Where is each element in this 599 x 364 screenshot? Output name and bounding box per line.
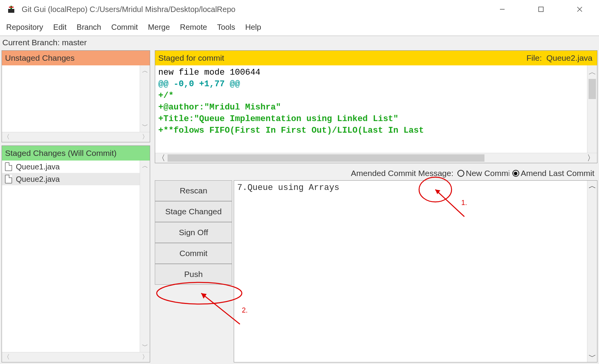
menu-remote[interactable]: Remote xyxy=(180,23,207,32)
scroll-left-icon[interactable]: 〈 xyxy=(155,153,168,163)
staged-file-row[interactable]: Queue2.java xyxy=(2,173,140,185)
title-bar: Git Gui (localRepo) C:/Users/Mridul Mish… xyxy=(0,0,599,19)
commit-options-row: Amended Commit Message: New Commit Amend… xyxy=(153,166,597,180)
scroll-right-icon[interactable]: 〉 xyxy=(140,352,150,363)
diff-header-right: File: Queue2.java xyxy=(527,53,592,63)
menu-help[interactable]: Help xyxy=(245,23,261,32)
scroll-down-icon[interactable]: ﹀ xyxy=(140,341,150,352)
staged-file-row[interactable]: Queue1.java xyxy=(2,161,140,173)
menu-bar: Repository Edit Branch Commit Merge Remo… xyxy=(0,19,599,36)
commit-button-column: Rescan Stage Changed Sign Off Commit Pus… xyxy=(153,180,232,362)
radio-new-commit-label: New Commit xyxy=(466,169,509,178)
staged-header: Staged Changes (Will Commit) xyxy=(2,146,150,161)
radio-icon xyxy=(457,170,464,177)
menu-branch[interactable]: Branch xyxy=(77,23,101,32)
diff-hscrollbar[interactable]: 〈 〉 xyxy=(155,153,597,163)
svg-rect-2 xyxy=(9,7,14,8)
commit-message-box[interactable]: 7.Queue using Arrays ︿ ﹀ xyxy=(234,180,597,362)
file-name: Queue2.java xyxy=(16,175,60,184)
rescan-button[interactable]: Rescan xyxy=(155,180,232,201)
scroll-left-icon[interactable]: 〈 xyxy=(2,132,11,143)
current-branch-label: Current Branch: master xyxy=(2,38,87,47)
scroll-right-icon[interactable]: 〉 xyxy=(140,132,150,143)
file-icon xyxy=(5,162,12,171)
radio-new-commit[interactable]: New Commit xyxy=(457,169,509,178)
svg-rect-0 xyxy=(8,9,14,13)
file-icon xyxy=(5,175,12,183)
staged-hscrollbar[interactable]: 〈 〉 xyxy=(2,352,150,362)
diff-line: @@ -0,0 +1,77 @@ xyxy=(158,79,584,90)
scroll-up-icon[interactable]: ︿ xyxy=(589,181,596,191)
radio-icon xyxy=(512,170,519,177)
stage-changed-button[interactable]: Stage Changed xyxy=(155,201,232,222)
menu-merge[interactable]: Merge xyxy=(148,23,170,32)
scroll-up-icon[interactable]: ︿ xyxy=(140,65,150,77)
sign-off-button[interactable]: Sign Off xyxy=(155,222,232,243)
unstaged-vscrollbar[interactable]: ︿ ﹀ xyxy=(140,65,150,132)
unstaged-file-list[interactable] xyxy=(2,65,140,132)
scroll-right-icon[interactable]: 〉 xyxy=(585,153,597,163)
scroll-down-icon[interactable]: ﹀ xyxy=(140,121,150,132)
diff-line: +Title:"Queue Implementation using Linke… xyxy=(158,113,584,125)
diff-line: +**folows FIFO(First In First Out)/LILO(… xyxy=(158,125,584,137)
current-branch-row: Current Branch: master xyxy=(0,36,599,49)
staged-file-list[interactable]: Queue1.java Queue2.java xyxy=(2,161,140,352)
scroll-up-icon[interactable]: ︿ xyxy=(587,65,597,79)
diff-line: +/* xyxy=(158,90,584,102)
scrollbar-thumb[interactable] xyxy=(589,79,596,99)
svg-rect-4 xyxy=(539,7,543,12)
radio-amend-commit-label: Amend Last Commit xyxy=(521,169,594,178)
unstaged-pane: Unstaged Changes ︿ ﹀ 〈 〉 xyxy=(2,50,150,142)
diff-vscrollbar[interactable]: ︿ xyxy=(587,65,597,153)
close-button[interactable] xyxy=(560,0,599,19)
diff-header-left: Staged for commit xyxy=(158,53,224,63)
unstaged-hscrollbar[interactable]: 〈 〉 xyxy=(2,132,150,142)
commit-message-label: Amended Commit Message: xyxy=(351,169,454,178)
radio-amend-commit[interactable]: Amend Last Commit xyxy=(512,169,594,178)
commit-area: Amended Commit Message: New Commit Amend… xyxy=(153,165,599,364)
scroll-left-icon[interactable]: 〈 xyxy=(2,352,11,363)
push-button[interactable]: Push xyxy=(155,264,232,285)
menu-tools[interactable]: Tools xyxy=(217,23,235,32)
window-title: Git Gui (localRepo) C:/Users/Mridul Mish… xyxy=(22,5,483,14)
git-gui-icon xyxy=(7,5,15,14)
diff-header: Staged for commit File: Queue2.java xyxy=(155,51,597,65)
unstaged-header: Unstaged Changes xyxy=(2,51,150,65)
file-name: Queue1.java xyxy=(16,162,60,171)
scrollbar-thumb[interactable] xyxy=(168,154,484,162)
staged-vscrollbar[interactable]: ︿ ﹀ xyxy=(140,161,150,352)
commit-message-text[interactable]: 7.Queue using Arrays xyxy=(234,181,587,362)
menu-commit[interactable]: Commit xyxy=(111,23,138,32)
diff-line: new file mode 100644 xyxy=(158,67,584,79)
diff-pane: Staged for commit File: Queue2.java new … xyxy=(155,50,597,163)
commit-message-vscrollbar[interactable]: ︿ ﹀ xyxy=(587,181,597,362)
staged-pane: Staged Changes (Will Commit) Queue1.java… xyxy=(2,145,150,362)
menu-edit[interactable]: Edit xyxy=(53,23,67,32)
diff-line: +@author:"Mridul Mishra" xyxy=(158,102,584,113)
window-controls xyxy=(483,0,599,19)
maximize-button[interactable] xyxy=(522,0,560,19)
diff-text[interactable]: new file mode 100644@@ -0,0 +1,77 @@+/*+… xyxy=(155,65,587,153)
scroll-down-icon[interactable]: ﹀ xyxy=(589,352,596,362)
minimize-button[interactable] xyxy=(483,0,522,19)
commit-button[interactable]: Commit xyxy=(155,243,232,264)
scroll-up-icon[interactable]: ︿ xyxy=(140,161,150,172)
menu-repository[interactable]: Repository xyxy=(6,23,43,32)
